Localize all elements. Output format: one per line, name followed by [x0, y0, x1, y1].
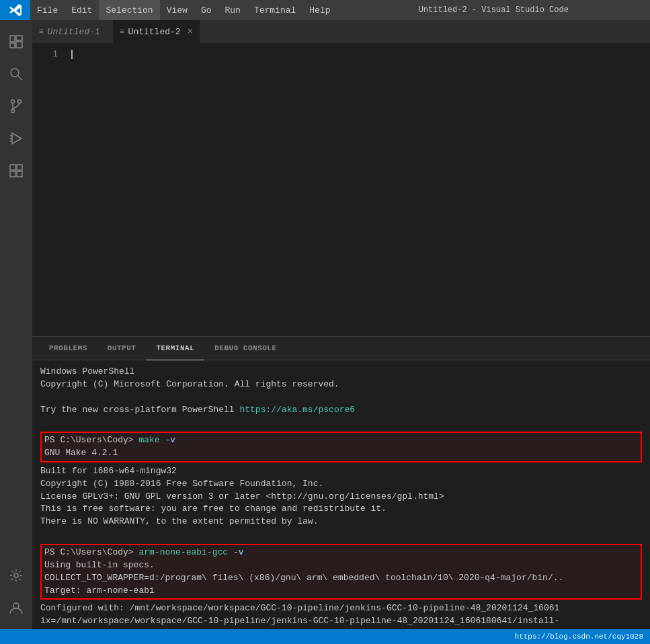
activity-bar — [0, 20, 32, 629]
tab-untitled-2[interactable]: ≡ Untitled-2 × — [113, 20, 200, 43]
tab-icon-untitled1: ≡ — [39, 28, 44, 36]
menu-file[interactable]: File — [30, 0, 65, 20]
term-built-for: Built for i686-w64-mingw32 — [40, 465, 642, 478]
svg-point-8 — [18, 100, 22, 104]
svg-rect-15 — [10, 171, 15, 177]
line-number-1: 1 — [32, 49, 58, 59]
term-arm-cmd: PS C:\Users\Cody> arm-none-eabi-gcc -v — [44, 547, 638, 559]
svg-rect-14 — [17, 165, 22, 170]
watermark-text: https://blog.csdn.net/cqy1028 — [515, 633, 643, 641]
term-free-software: This is free software: you are free to c… — [40, 503, 642, 516]
terminal-content[interactable]: Windows PowerShell Copyright (C) Microso… — [32, 360, 650, 629]
term-arm-builtin: Using built-in specs. — [44, 559, 638, 572]
menu-selection[interactable]: Selection — [99, 0, 159, 20]
menu-terminal[interactable]: Terminal — [247, 0, 302, 20]
tab-label-untitled2: Untitled-2 — [128, 27, 181, 37]
titlebar-left: File Edit Selection View Go Run Terminal… — [0, 0, 337, 20]
term-copyright: Copyright (C) 1988-2016 Free Software Fo… — [40, 478, 642, 491]
status-bar: https://blog.csdn.net/cqy1028 — [0, 629, 650, 644]
term-configured: Configured with: /mnt/workspace/workspac… — [40, 602, 642, 615]
tab-debug-console[interactable]: DEBUG CONSOLE — [204, 337, 286, 360]
tab-output[interactable]: OUTPUT — [97, 337, 147, 360]
svg-line-5 — [18, 76, 22, 80]
editor-code-area[interactable]: 1 — [32, 44, 650, 84]
arm-gcc-command-block: PS C:\Users\Cody> arm-none-eabi-gcc -v U… — [40, 544, 642, 600]
window-title: Untitled-2 - Visual Studio Code — [337, 5, 650, 15]
settings-icon[interactable] — [0, 559, 32, 592]
panel-area: PROBLEMS OUTPUT TERMINAL DEBUG CONSOLE W… — [32, 336, 650, 629]
tab-terminal[interactable]: TERMINAL — [146, 337, 204, 360]
run-icon[interactable] — [0, 122, 32, 155]
svg-point-4 — [11, 69, 19, 77]
extensions-icon[interactable] — [0, 155, 32, 187]
titlebar: File Edit Selection View Go Run Terminal… — [0, 0, 650, 20]
make-command-block: PS C:\Users\Cody> make -v GNU Make 4.2.1 — [40, 432, 642, 462]
tab-icon-untitled2: ≡ — [120, 28, 124, 36]
term-line-5 — [40, 416, 642, 429]
svg-marker-9 — [12, 133, 22, 144]
term-no-warranty: There is NO WARRANTY, to the extent perm… — [40, 516, 642, 528]
tab-untitled-1[interactable]: ≡ Untitled-1 — [32, 20, 113, 43]
term-blank-1 — [40, 528, 642, 541]
activity-bar-bottom — [0, 559, 32, 629]
tab-bar: ≡ Untitled-1 ≡ Untitled-2 × — [32, 20, 650, 44]
svg-point-18 — [13, 603, 19, 608]
term-make-cmd: PS C:\Users\Cody> make -v — [44, 434, 638, 447]
svg-point-17 — [14, 573, 18, 577]
term-arm-collect: COLLECT_LTO_WRAPPER=d:/program\ files\ (… — [44, 572, 638, 585]
svg-rect-3 — [16, 42, 22, 48]
menu-help[interactable]: Help — [302, 0, 337, 20]
line-numbers: 1 — [32, 49, 66, 79]
term-line-4: Try the new cross-platform PowerShell ht… — [40, 404, 642, 417]
svg-rect-2 — [16, 36, 22, 40]
term-cfg-2: ix=/mnt/workspace/workspace/GCC-10-pipel… — [40, 615, 642, 628]
svg-rect-1 — [10, 43, 15, 48]
tab-problems[interactable]: PROBLEMS — [39, 337, 97, 360]
term-make-version: GNU Make 4.2.1 — [44, 447, 638, 460]
main-layout: ≡ Untitled-1 ≡ Untitled-2 × 1 — [0, 20, 650, 629]
source-control-icon[interactable] — [0, 90, 32, 122]
tab-close-untitled2[interactable]: × — [188, 26, 193, 37]
term-line-2: Copyright (C) Microsoft Corporation. All… — [40, 378, 642, 391]
menu-edit[interactable]: Edit — [65, 0, 99, 20]
menu-bar: File Edit Selection View Go Run Terminal… — [30, 0, 337, 20]
vscode-logo — [0, 0, 30, 20]
explorer-icon[interactable] — [0, 26, 32, 58]
menu-go[interactable]: Go — [194, 0, 218, 20]
cursor — [71, 50, 73, 59]
code-area[interactable] — [66, 49, 650, 79]
svg-rect-13 — [10, 165, 15, 170]
tab-label-untitled1: Untitled-1 — [48, 27, 100, 37]
editor-area: ≡ Untitled-1 ≡ Untitled-2 × 1 — [32, 20, 650, 629]
menu-run[interactable]: Run — [218, 0, 247, 20]
svg-rect-16 — [17, 171, 22, 177]
svg-rect-0 — [10, 36, 15, 42]
search-icon[interactable] — [0, 58, 32, 90]
editor-content: 1 — [32, 44, 650, 336]
account-icon[interactable] — [0, 592, 32, 624]
panel-tabs: PROBLEMS OUTPUT TERMINAL DEBUG CONSOLE — [32, 337, 650, 360]
menu-view[interactable]: View — [160, 0, 194, 20]
term-license: License GPLv3+: GNU GPL version 3 or lat… — [40, 491, 642, 504]
term-line-1: Windows PowerShell — [40, 366, 642, 378]
term-arm-target: Target: arm-none-eabi — [44, 585, 638, 598]
term-line-3 — [40, 391, 642, 404]
svg-point-6 — [11, 100, 15, 104]
